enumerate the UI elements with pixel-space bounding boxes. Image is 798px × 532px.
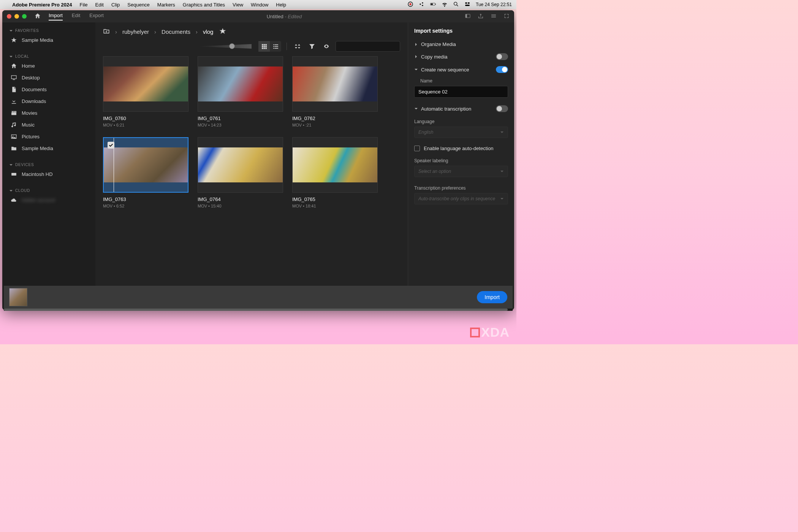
breadcrumb-segment[interactable]: Documents bbox=[162, 28, 190, 35]
filter-icon[interactable] bbox=[307, 41, 317, 52]
speaker-labeling-select[interactable]: Select an option bbox=[414, 166, 508, 177]
tab-export[interactable]: Export bbox=[89, 13, 104, 21]
svg-point-4 bbox=[422, 5, 423, 6]
clip-thumbnail[interactable] bbox=[198, 66, 283, 101]
battery-icon[interactable] bbox=[430, 1, 436, 8]
tab-import[interactable]: Import bbox=[49, 13, 63, 21]
grid-toolbar bbox=[95, 40, 408, 56]
minimize-window-icon[interactable] bbox=[14, 14, 19, 19]
list-view-button[interactable] bbox=[270, 41, 281, 52]
fullscreen-window-icon[interactable] bbox=[22, 14, 27, 19]
breadcrumb-segment[interactable]: rubyhelyer bbox=[122, 28, 149, 35]
svg-rect-18 bbox=[11, 173, 16, 176]
svg-rect-24 bbox=[265, 46, 267, 47]
sidebar-item-macintosh-hd[interactable]: Macintosh HD bbox=[2, 168, 95, 180]
close-window-icon[interactable] bbox=[7, 14, 11, 19]
thumbnail-zoom-slider[interactable] bbox=[198, 43, 252, 50]
clip-thumbnail[interactable] bbox=[104, 147, 188, 182]
search-input[interactable] bbox=[336, 41, 400, 52]
clip-thumbnail[interactable] bbox=[103, 66, 188, 101]
clip-item[interactable]: IMG_0762 MOV • :21 bbox=[292, 56, 378, 127]
setting-copy-media[interactable]: Copy media bbox=[408, 50, 514, 63]
panel-menu-icon[interactable] bbox=[491, 13, 497, 20]
svg-rect-6 bbox=[435, 3, 436, 4]
workspace-tabs: Import Edit Export bbox=[49, 13, 104, 21]
wifi-icon[interactable] bbox=[442, 1, 448, 8]
selected-check-icon[interactable] bbox=[108, 142, 114, 149]
copy-media-toggle[interactable] bbox=[496, 53, 508, 60]
media-grid: IMG_0760 MOV • 6:21 IMG_0761 MOV • 14:23… bbox=[103, 56, 400, 208]
menu-clip[interactable]: Clip bbox=[111, 2, 120, 8]
auto-transcription-toggle[interactable] bbox=[496, 105, 508, 112]
share-icon[interactable] bbox=[478, 13, 484, 20]
sidebar-item-downloads[interactable]: Downloads bbox=[2, 95, 95, 107]
sort-icon[interactable] bbox=[292, 41, 303, 52]
import-bar: Import bbox=[4, 286, 513, 309]
setting-create-sequence[interactable]: Create new sequence bbox=[408, 63, 514, 76]
sidebar-header-cloud[interactable]: CLOUD bbox=[2, 187, 95, 194]
menu-sequence[interactable]: Sequence bbox=[127, 2, 150, 8]
horizontal-scrollbar[interactable] bbox=[4, 309, 513, 311]
svg-point-1 bbox=[409, 3, 411, 5]
control-center-icon[interactable] bbox=[464, 1, 470, 8]
screen-record-icon[interactable] bbox=[407, 1, 413, 8]
sidebar-item-documents[interactable]: Documents bbox=[2, 84, 95, 95]
clip-thumbnail[interactable] bbox=[293, 147, 377, 182]
sidebar-item-sample-media-fav[interactable]: Sample Media bbox=[2, 34, 95, 46]
sidebar-item-cloud-account[interactable]: hidden account bbox=[2, 194, 95, 206]
clip-item[interactable]: IMG_0761 MOV • 14:23 bbox=[198, 56, 283, 127]
menu-markers[interactable]: Markers bbox=[157, 2, 175, 8]
sidebar-header-local[interactable]: LOCAL bbox=[2, 53, 95, 60]
svg-rect-13 bbox=[466, 14, 467, 17]
language-select[interactable]: English bbox=[414, 127, 508, 138]
svg-rect-29 bbox=[274, 44, 278, 45]
traffic-lights[interactable] bbox=[7, 14, 27, 19]
clip-item[interactable]: IMG_0760 MOV • 6:21 bbox=[103, 56, 188, 127]
clip-item[interactable]: IMG_0764 MOV • 15:40 bbox=[198, 137, 283, 208]
sidebar-item-movies[interactable]: Movies bbox=[2, 107, 95, 119]
breadcrumb: › rubyhelyer › Documents › vlog bbox=[95, 22, 408, 40]
folder-root-icon[interactable] bbox=[103, 28, 110, 36]
main-panel: › rubyhelyer › Documents › vlog bbox=[95, 22, 408, 310]
clip-thumbnail[interactable] bbox=[198, 147, 283, 182]
clip-thumbnail[interactable] bbox=[293, 66, 377, 101]
clip-item[interactable]: IMG_0765 MOV • 18:41 bbox=[292, 137, 378, 208]
transcription-prefs-select[interactable]: Auto-transcribe only clips in sequence bbox=[414, 193, 508, 204]
sidebar-item-pictures[interactable]: Pictures bbox=[2, 131, 95, 142]
menu-help[interactable]: Help bbox=[276, 2, 286, 8]
auto-detect-checkbox[interactable]: Enable language auto-detection bbox=[408, 142, 514, 154]
favorite-star-icon[interactable] bbox=[219, 28, 226, 36]
fullscreen-icon[interactable] bbox=[504, 13, 510, 20]
clip-item[interactable]: IMG_0763 MOV • 6:52 bbox=[103, 137, 188, 208]
setting-organize-media[interactable]: Organize Media bbox=[408, 38, 514, 50]
visibility-icon[interactable] bbox=[321, 41, 332, 52]
menu-view[interactable]: View bbox=[233, 2, 243, 8]
home-button[interactable] bbox=[34, 13, 41, 21]
speaker-labeling-label: Speaker labeling bbox=[408, 154, 514, 164]
sidebar-item-music[interactable]: Music bbox=[2, 119, 95, 131]
menu-window[interactable]: Window bbox=[251, 2, 268, 8]
selected-clip-thumbnail[interactable] bbox=[9, 288, 27, 306]
setting-auto-transcription[interactable]: Automatic transcription bbox=[408, 102, 514, 115]
sidebar-header-devices[interactable]: DEVICES bbox=[2, 161, 95, 168]
sequence-name-input[interactable] bbox=[414, 86, 508, 98]
import-button[interactable]: Import bbox=[477, 291, 507, 303]
sidebar-item-home[interactable]: Home bbox=[2, 60, 95, 72]
menu-edit[interactable]: Edit bbox=[95, 2, 103, 8]
tab-edit[interactable]: Edit bbox=[72, 13, 80, 21]
spotlight-icon[interactable] bbox=[453, 1, 459, 8]
menubar-tray-icon[interactable] bbox=[419, 1, 425, 8]
svg-rect-32 bbox=[273, 48, 274, 49]
menu-graphics[interactable]: Graphics and Titles bbox=[183, 2, 225, 8]
breadcrumb-current[interactable]: vlog bbox=[203, 28, 214, 35]
sidebar-header-favorites[interactable]: FAVORITES bbox=[2, 27, 95, 34]
workspace-icon[interactable] bbox=[465, 13, 471, 20]
sidebar-item-desktop[interactable]: Desktop bbox=[2, 72, 95, 84]
grid-view-button[interactable] bbox=[258, 41, 270, 52]
svg-rect-11 bbox=[465, 5, 470, 6]
create-sequence-toggle[interactable] bbox=[496, 66, 508, 73]
sidebar-item-sample-media[interactable]: Sample Media bbox=[2, 142, 95, 154]
app-name[interactable]: Adobe Premiere Pro 2024 bbox=[12, 2, 72, 8]
menubar-datetime[interactable]: Tue 24 Sep 22:51 bbox=[476, 2, 512, 7]
menu-file[interactable]: File bbox=[80, 2, 88, 8]
